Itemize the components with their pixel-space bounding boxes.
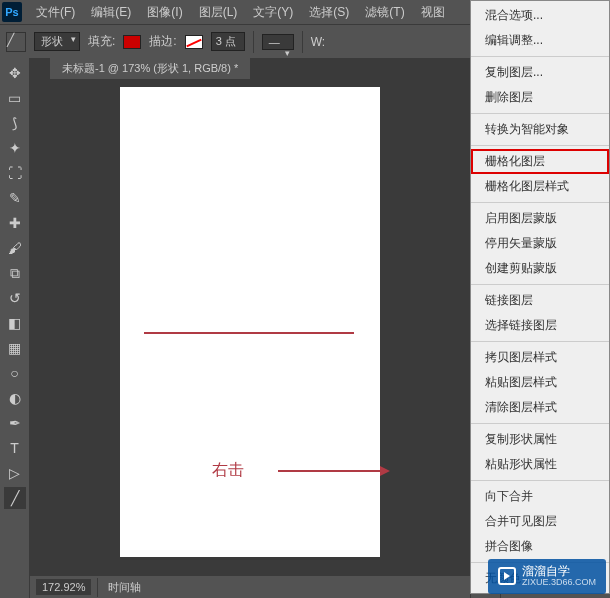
menu-view[interactable]: 视图 (413, 4, 453, 21)
separator (253, 31, 254, 53)
menu-separator (471, 423, 609, 424)
line-tool-icon[interactable]: ╱ (4, 487, 26, 509)
toolbox: ✥ ▭ ⟆ ✦ ⛶ ✎ ✚ 🖌 ⧉ ↺ ◧ ▦ ○ ◐ ✒ T ▷ ╱ (0, 58, 30, 598)
stroke-label: 描边: (149, 33, 176, 50)
watermark-sub: ZIXUE.3D66.COM (522, 578, 596, 588)
timeline-tab[interactable]: 时间轴 (97, 578, 151, 597)
context-menu-item[interactable]: 栅格化图层样式 (471, 174, 609, 199)
context-menu-item[interactable]: 链接图层 (471, 288, 609, 313)
context-menu-item[interactable]: 选择链接图层 (471, 313, 609, 338)
type-tool-icon[interactable]: T (4, 437, 26, 459)
menu-separator (471, 341, 609, 342)
annotation-arrow (278, 470, 388, 472)
marquee-tool-icon[interactable]: ▭ (4, 87, 26, 109)
context-menu-item[interactable]: 拷贝图层样式 (471, 345, 609, 370)
menu-layer[interactable]: 图层(L) (191, 4, 246, 21)
canvas-wrap (30, 79, 470, 576)
stroke-style-dropdown[interactable]: — (262, 34, 294, 50)
menu-separator (471, 56, 609, 57)
stroke-width-input[interactable]: 3 点 (211, 32, 245, 51)
wand-tool-icon[interactable]: ✦ (4, 137, 26, 159)
fill-swatch[interactable] (123, 35, 141, 49)
context-menu-item[interactable]: 栅格化图层 (471, 149, 609, 174)
context-menu-item[interactable]: 粘贴图层样式 (471, 370, 609, 395)
menu-separator (471, 284, 609, 285)
menu-filter[interactable]: 滤镜(T) (357, 4, 412, 21)
menu-select[interactable]: 选择(S) (301, 4, 357, 21)
lasso-tool-icon[interactable]: ⟆ (4, 112, 26, 134)
stamp-tool-icon[interactable]: ⧉ (4, 262, 26, 284)
brush-tool-icon[interactable]: 🖌 (4, 237, 26, 259)
canvas[interactable] (120, 87, 380, 557)
play-icon (498, 567, 516, 585)
context-menu-item[interactable]: 清除图层样式 (471, 395, 609, 420)
zoom-value[interactable]: 172.92% (36, 579, 91, 595)
context-menu-item[interactable]: 拼合图像 (471, 534, 609, 559)
stroke-swatch[interactable] (185, 35, 203, 49)
context-menu-item[interactable]: 删除图层 (471, 85, 609, 110)
context-menu-item[interactable]: 编辑调整... (471, 28, 609, 53)
eraser-tool-icon[interactable]: ◧ (4, 312, 26, 334)
fill-label: 填充: (88, 33, 115, 50)
drawn-shape-line (144, 332, 354, 334)
context-menu-item[interactable]: 复制形状属性 (471, 427, 609, 452)
menu-separator (471, 480, 609, 481)
path-select-tool-icon[interactable]: ▷ (4, 462, 26, 484)
menu-type[interactable]: 文字(Y) (245, 4, 301, 21)
blur-tool-icon[interactable]: ○ (4, 362, 26, 384)
dodge-tool-icon[interactable]: ◐ (4, 387, 26, 409)
pen-tool-icon[interactable]: ✒ (4, 412, 26, 434)
crop-tool-icon[interactable]: ⛶ (4, 162, 26, 184)
move-tool-icon[interactable]: ✥ (4, 62, 26, 84)
context-menu-item[interactable]: 合并可见图层 (471, 509, 609, 534)
context-menu-item[interactable]: 转换为智能对象 (471, 117, 609, 142)
shape-mode-dropdown[interactable]: 形状 (34, 32, 80, 51)
document-area: 未标题-1 @ 173% (形状 1, RGB/8) * 172.92% 时间轴 (30, 58, 470, 598)
menu-file[interactable]: 文件(F) (28, 4, 83, 21)
menu-edit[interactable]: 编辑(E) (83, 4, 139, 21)
context-menu-item[interactable]: 混合选项... (471, 3, 609, 28)
context-menu-item[interactable]: 粘贴形状属性 (471, 452, 609, 477)
document-tab[interactable]: 未标题-1 @ 173% (形状 1, RGB/8) * (50, 58, 250, 79)
annotation-text: 右击 (212, 460, 244, 481)
separator (302, 31, 303, 53)
menu-separator (471, 202, 609, 203)
healing-tool-icon[interactable]: ✚ (4, 212, 26, 234)
menu-separator (471, 145, 609, 146)
context-menu-item[interactable]: 创建剪贴蒙版 (471, 256, 609, 281)
width-label: W: (311, 35, 325, 49)
history-brush-icon[interactable]: ↺ (4, 287, 26, 309)
menu-image[interactable]: 图像(I) (139, 4, 190, 21)
app-icon: Ps (2, 2, 22, 22)
context-menu-item[interactable]: 向下合并 (471, 484, 609, 509)
watermark: 溜溜自学 ZIXUE.3D66.COM (488, 559, 606, 594)
gradient-tool-icon[interactable]: ▦ (4, 337, 26, 359)
status-bar: 172.92% 时间轴 (30, 576, 470, 598)
context-menu: 混合选项...编辑调整...复制图层...删除图层转换为智能对象栅格化图层栅格化… (470, 0, 610, 594)
context-menu-item[interactable]: 启用图层蒙版 (471, 206, 609, 231)
context-menu-item[interactable]: 停用矢量蒙版 (471, 231, 609, 256)
context-menu-item[interactable]: 复制图层... (471, 60, 609, 85)
menu-separator (471, 113, 609, 114)
eyedropper-tool-icon[interactable]: ✎ (4, 187, 26, 209)
tool-preset-icon[interactable]: ╱ (6, 32, 26, 52)
